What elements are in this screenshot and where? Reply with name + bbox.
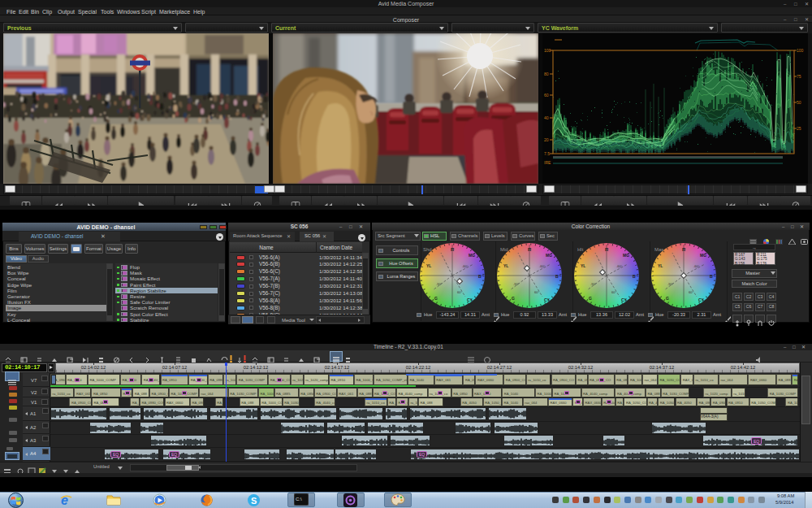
svg-text:7.5: 7.5 xyxy=(544,151,550,156)
svg-text:B: B xyxy=(633,274,636,279)
svg-text:MG: MG xyxy=(546,253,552,258)
svg-text:MG: MG xyxy=(700,253,706,258)
svg-text:40: 40 xyxy=(544,115,549,120)
svg-text:CY: CY xyxy=(544,297,551,302)
svg-text:-90°: -90° xyxy=(590,282,597,286)
svg-text:B: B xyxy=(478,274,482,279)
svg-text:G: G xyxy=(589,296,592,301)
svg-text:60: 60 xyxy=(544,93,549,98)
svg-text:C:\: C:\ xyxy=(296,497,302,501)
svg-text:YL: YL xyxy=(426,263,431,268)
svg-text:-90°: -90° xyxy=(513,282,520,286)
svg-text:B: B xyxy=(555,274,559,279)
svg-text:G: G xyxy=(434,296,438,301)
svg-text:60°: 60° xyxy=(611,290,616,294)
svg-text:20: 20 xyxy=(544,137,549,142)
svg-text:YL: YL xyxy=(658,263,663,268)
svg-text:-60°: -60° xyxy=(462,264,469,268)
svg-text:R: R xyxy=(605,247,609,252)
svg-text:-90°: -90° xyxy=(667,282,674,286)
svg-text:CY: CY xyxy=(621,297,628,302)
svg-text:50: 50 xyxy=(797,100,801,105)
svg-text:YL: YL xyxy=(581,263,585,268)
svg-text:-60°: -60° xyxy=(616,264,623,268)
svg-text:75: 75 xyxy=(797,74,801,79)
svg-text:60°: 60° xyxy=(457,290,462,294)
svg-text:-60°: -60° xyxy=(539,264,546,268)
svg-text:-90°: -90° xyxy=(436,282,443,286)
svg-text:S: S xyxy=(251,496,257,506)
svg-text:CY: CY xyxy=(467,297,473,302)
svg-text:B: B xyxy=(710,274,713,279)
svg-text:IRE: IRE xyxy=(544,160,551,165)
svg-text:60°: 60° xyxy=(689,290,693,294)
svg-text:R: R xyxy=(682,247,686,252)
svg-text:R: R xyxy=(528,247,532,252)
svg-text:R: R xyxy=(451,247,455,252)
svg-text:YL: YL xyxy=(503,263,508,268)
svg-text:25: 25 xyxy=(797,126,801,131)
svg-text:MG: MG xyxy=(469,253,475,258)
svg-text:100: 100 xyxy=(797,48,804,53)
svg-text:60°: 60° xyxy=(534,290,539,294)
svg-text:-60°: -60° xyxy=(693,264,700,268)
svg-text:CY: CY xyxy=(698,297,705,302)
svg-text:G: G xyxy=(666,296,669,301)
svg-text:MG: MG xyxy=(623,253,629,258)
svg-text:G: G xyxy=(512,296,515,301)
svg-text:80: 80 xyxy=(544,72,549,76)
